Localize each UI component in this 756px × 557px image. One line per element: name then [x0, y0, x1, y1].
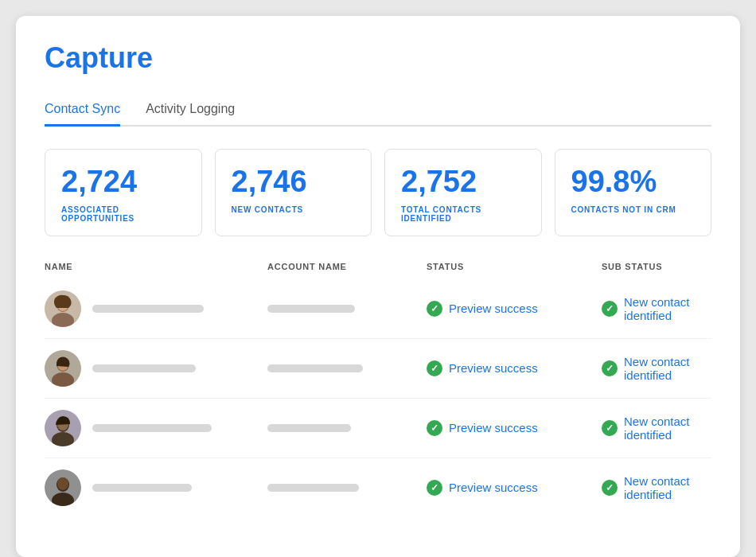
account-cell-1: [267, 364, 427, 372]
substatus-text-3: New contact identified: [624, 474, 711, 501]
stat-contacts-not-in-crm: 99.8% CONTACTS NOT IN CRM: [555, 149, 712, 236]
main-card: Capture Contact Sync Activity Logging 2,…: [16, 16, 740, 557]
table-body: Preview success New contact identified P…: [45, 279, 711, 517]
name-bar-0: [92, 305, 204, 313]
name-cell-0: [45, 290, 267, 327]
table-row: Preview success New contact identified: [45, 279, 711, 339]
name-bar-2: [92, 424, 212, 432]
account-bar-2: [267, 424, 351, 432]
table-row: Preview success New contact identified: [45, 339, 711, 399]
substatus-text-2: New contact identified: [624, 415, 711, 442]
avatar-1: [45, 350, 81, 387]
col-header-status: STATUS: [427, 262, 602, 271]
check-icon-substatus-3: [602, 480, 618, 496]
name-cell-1: [45, 350, 267, 387]
col-header-account: ACCOUNT NAME: [267, 262, 427, 271]
status-cell-0: Preview success: [427, 301, 602, 317]
substatus-text-1: New contact identified: [624, 355, 711, 382]
name-cell-2: [45, 410, 267, 446]
tab-activity-logging[interactable]: Activity Logging: [146, 94, 235, 127]
avatar-2: [45, 410, 81, 446]
status-cell-1: Preview success: [427, 360, 602, 376]
avatar-3: [45, 469, 81, 506]
status-text-2: Preview success: [449, 421, 538, 434]
stat-value-new-contacts: 2,746: [232, 166, 356, 199]
substatus-cell-2: New contact identified: [602, 415, 711, 442]
tab-contact-sync[interactable]: Contact Sync: [45, 94, 120, 127]
account-cell-0: [267, 305, 427, 313]
status-cell-3: Preview success: [427, 480, 602, 496]
check-icon-substatus-2: [602, 420, 618, 436]
stat-total-contacts: 2,752 TOTAL CONTACTS IDENTIFIED: [384, 149, 542, 236]
page-title: Capture: [45, 41, 711, 75]
col-header-substatus: SUB STATUS: [602, 262, 711, 271]
substatus-cell-3: New contact identified: [602, 474, 711, 501]
tab-bar: Contact Sync Activity Logging: [45, 94, 711, 127]
stats-grid: 2,724 ASSOCIATED OPPORTUNITIES 2,746 NEW…: [45, 149, 711, 236]
check-icon-status-0: [427, 301, 442, 317]
account-bar-3: [267, 484, 359, 492]
check-icon-status-1: [427, 360, 442, 376]
account-bar-0: [267, 305, 355, 313]
status-text-1: Preview success: [449, 361, 538, 375]
account-cell-3: [267, 484, 427, 492]
stat-value-contacts-not-in-crm: 99.8%: [571, 166, 696, 199]
status-text-3: Preview success: [449, 481, 538, 494]
substatus-cell-0: New contact identified: [602, 295, 711, 322]
stat-label-associated-opportunities: ASSOCIATED OPPORTUNITIES: [61, 205, 185, 223]
check-icon-substatus-0: [602, 301, 618, 317]
stat-associated-opportunities: 2,724 ASSOCIATED OPPORTUNITIES: [45, 149, 202, 236]
stat-label-new-contacts: NEW CONTACTS: [232, 205, 356, 214]
avatar-0: [45, 290, 81, 327]
stat-label-contacts-not-in-crm: CONTACTS NOT IN CRM: [571, 205, 696, 214]
stat-new-contacts: 2,746 NEW CONTACTS: [215, 149, 372, 236]
name-cell-3: [45, 469, 267, 506]
name-bar-3: [92, 484, 192, 492]
substatus-cell-1: New contact identified: [602, 355, 711, 382]
col-header-name: NAME: [45, 262, 267, 271]
check-icon-status-3: [427, 480, 442, 496]
name-bar-1: [92, 364, 196, 372]
table-row: Preview success New contact identified: [45, 399, 711, 458]
check-icon-substatus-1: [602, 360, 618, 376]
stat-value-total-contacts: 2,752: [401, 166, 525, 199]
status-cell-2: Preview success: [427, 420, 602, 436]
svg-point-15: [57, 477, 68, 490]
account-bar-1: [267, 364, 363, 372]
table-row: Preview success New contact identified: [45, 458, 711, 517]
check-icon-status-2: [427, 420, 442, 436]
account-cell-2: [267, 424, 427, 432]
stat-value-associated-opportunities: 2,724: [61, 166, 185, 199]
stat-label-total-contacts: TOTAL CONTACTS IDENTIFIED: [401, 205, 525, 223]
table-header: NAME ACCOUNT NAME STATUS SUB STATUS: [45, 262, 711, 279]
status-text-0: Preview success: [449, 302, 538, 315]
substatus-text-0: New contact identified: [624, 295, 711, 322]
